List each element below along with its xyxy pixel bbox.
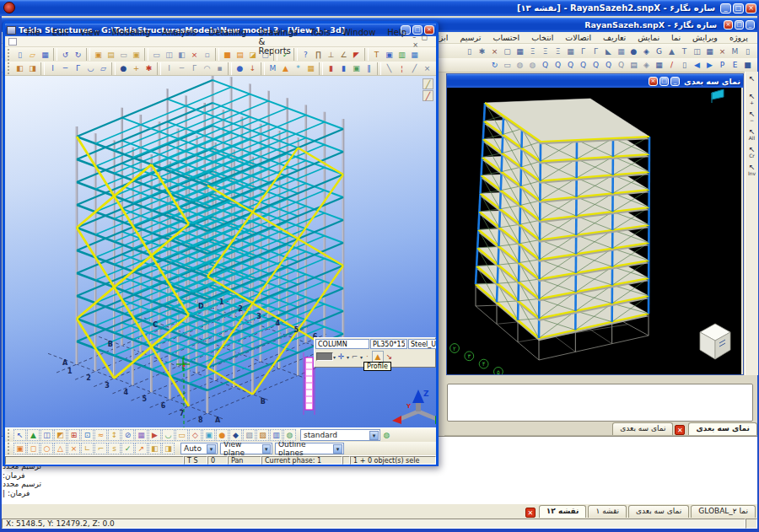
select-surfaces-icon[interactable]: ▭ (175, 429, 188, 441)
zoom-6-icon[interactable]: Q (615, 59, 627, 72)
solid-cube-icon[interactable]: ■ (741, 59, 754, 72)
doc-tab-2[interactable]: نمای سه بعدی (628, 505, 689, 518)
list-icon[interactable]: ▤ (234, 48, 246, 61)
doc-tab-1[interactable]: نقشه ۱ (588, 505, 627, 518)
select-points-icon[interactable]: ▶ (148, 429, 161, 441)
toolbar-handle[interactable] (8, 429, 11, 441)
color-swatch[interactable] (316, 352, 333, 361)
anchor-icon[interactable]: ↓ (246, 62, 259, 75)
profile-field[interactable] (370, 339, 407, 349)
zoom-4-icon[interactable]: Q (589, 59, 602, 72)
cut-icon[interactable]: × (188, 48, 201, 61)
snap-line-icon[interactable]: ⌐ (94, 443, 107, 454)
select-rebar-icon[interactable]: ◡ (162, 429, 175, 441)
slope-icon[interactable]: ◣ (602, 45, 615, 57)
close-model-icon[interactable]: × (488, 45, 501, 57)
diag-4-icon[interactable]: × (421, 62, 433, 75)
curved-beam-icon[interactable]: ◡ (84, 62, 97, 75)
column-blue-icon[interactable]: ▮ (337, 62, 350, 75)
select-views-icon[interactable]: ⊘ (121, 429, 134, 441)
preview-icon[interactable]: ▤ (627, 59, 640, 72)
plate-icon[interactable]: ▱ (97, 62, 110, 75)
measure-x-icon[interactable]: ∏ (312, 48, 325, 61)
selection-filter-combo[interactable]: standard▾ (300, 429, 380, 441)
cube-2-icon[interactable]: ◈ (640, 59, 653, 72)
prev-view-icon[interactable]: ◀ (691, 59, 703, 72)
poly-beam-icon[interactable]: Γ (72, 62, 84, 75)
pan-window-icon[interactable]: ◫ (163, 48, 175, 61)
image-icon[interactable]: ▣ (350, 62, 363, 75)
bucket-2-icon[interactable]: ◍ (526, 59, 539, 72)
open-icon[interactable]: ▱ (26, 48, 39, 61)
ibeam-1-icon[interactable]: Ξ (526, 45, 539, 57)
snap-depth-combo[interactable]: Auto▾ (180, 443, 218, 454)
next-view-icon[interactable]: ▶ (703, 59, 716, 72)
select-fittings-icon[interactable]: ▦ (135, 429, 148, 441)
frame-icon[interactable]: ◫ (691, 45, 703, 57)
column-2-icon[interactable]: I (163, 62, 175, 75)
snap-perpendicular-icon[interactable]: ∟ (81, 443, 94, 454)
g-circle-icon[interactable]: G (653, 45, 665, 57)
redo-icon[interactable]: ↻ (72, 48, 84, 61)
doc-minimize-button[interactable]: _ (746, 20, 755, 30)
filter-refresh-icon[interactable]: ◍ (380, 429, 393, 442)
save-2-icon[interactable]: ▦ (703, 45, 716, 57)
snap-points-icon[interactable]: ▣ (13, 443, 26, 454)
select-invert-cursor-icon[interactable]: ↖Inv (746, 162, 758, 180)
part-name-field[interactable] (315, 339, 369, 349)
doc-close-button[interactable]: × (724, 20, 733, 30)
select-objects-icon[interactable]: ↖ (13, 429, 26, 441)
select-all-cursor-icon[interactable]: ↖All (746, 126, 758, 144)
snap-intersection-icon[interactable]: × (67, 443, 80, 454)
doc-2-icon[interactable]: ▯ (741, 45, 754, 57)
select-bolts-icon[interactable]: ◆ (229, 429, 242, 441)
doc-pen-icon[interactable]: ▯ (678, 59, 691, 72)
stud-icon[interactable]: ● (234, 62, 246, 75)
view-tab[interactable]: نمای سه بعدی (612, 422, 673, 435)
rect-tool-icon[interactable]: ▭ (150, 48, 163, 61)
cube-icon[interactable]: ◈ (640, 45, 653, 57)
bolt-icon[interactable]: ● (117, 62, 130, 75)
rayan-menu-item-2[interactable]: نما (665, 33, 686, 42)
paste-icon[interactable]: ▤ (105, 48, 117, 61)
zoom-window-icon[interactable]: ◧ (175, 48, 188, 61)
copy-special-icon[interactable]: ▣ (383, 48, 396, 61)
columns-icon[interactable]: ‖ (363, 62, 375, 75)
doc-tab-0[interactable]: نقشه ۱۲ (539, 505, 587, 518)
select-gridline-icon[interactable]: ⊡ (81, 429, 94, 441)
window-icon[interactable]: ▢ (259, 48, 272, 61)
select-distances-icon[interactable]: ● (216, 429, 229, 441)
fetch-icon[interactable]: ⌐ (349, 352, 360, 363)
snap-midpoint-icon[interactable]: △ (54, 443, 67, 454)
rayan-menu-item-7[interactable]: احتساب (487, 33, 525, 42)
window-icon[interactable]: ▢ (501, 45, 514, 57)
rayan-menu-item-0[interactable]: پروژه (724, 33, 754, 42)
grid-icon[interactable]: ▦ (408, 48, 421, 61)
zoom-window-icon[interactable]: Q (564, 59, 577, 72)
save-icon[interactable]: ▦ (514, 45, 526, 57)
hammer-icon[interactable]: T (370, 48, 383, 61)
select-assembly-icon[interactable]: ▲ (27, 429, 40, 441)
rect-icon[interactable]: ▭ (501, 59, 514, 72)
pin-icon[interactable]: ↘ (384, 352, 395, 363)
render-icon[interactable]: ╱ (423, 90, 433, 101)
save-icon[interactable]: ▦ (39, 48, 51, 61)
select-cuts-icon[interactable]: ↕ (108, 429, 121, 441)
analysis-icon[interactable]: M (266, 62, 279, 75)
item-icon[interactable]: ▪ (213, 62, 226, 75)
toolbar-handle[interactable] (8, 49, 11, 61)
ibeam-3-icon[interactable]: Ξ (552, 45, 564, 57)
copy-icon[interactable]: ▣ (92, 48, 105, 61)
select-crossing-cursor-icon[interactable]: ↖Cr (746, 144, 758, 162)
select-holes-icon[interactable]: ▧ (243, 429, 256, 441)
view-close-button[interactable]: × (649, 77, 658, 86)
diag-3-icon[interactable]: ╱ (408, 62, 421, 75)
zoom-1-icon[interactable]: Q (539, 59, 552, 72)
close-button[interactable]: × (746, 3, 756, 13)
view-tab-active[interactable]: نمای سه بعدی (688, 422, 757, 435)
select-part-icon[interactable]: ◩ (54, 429, 67, 441)
close-doc-tab-icon[interactable]: ✕ (525, 508, 536, 518)
snapshot-icon[interactable]: ╱ (423, 78, 433, 89)
material-field[interactable] (408, 339, 436, 349)
zoom-5-icon[interactable]: Q (602, 59, 615, 72)
